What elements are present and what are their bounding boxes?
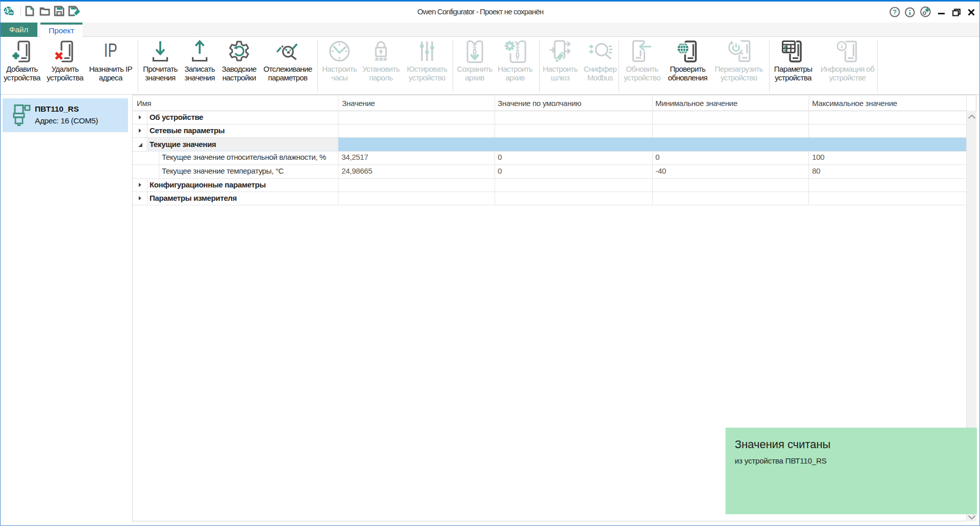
svg-text:?: ? [893,8,897,16]
svg-text:***: *** [375,55,388,65]
